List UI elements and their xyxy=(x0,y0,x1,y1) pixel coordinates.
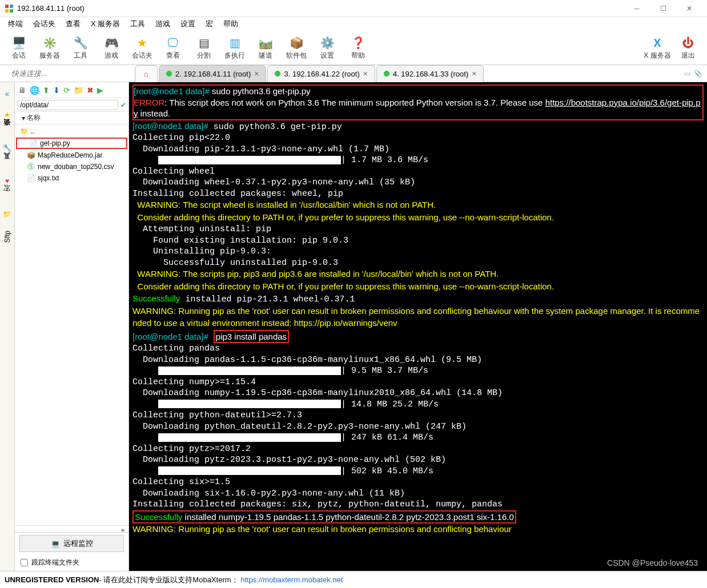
tool-分割[interactable]: ▤分割 xyxy=(188,35,219,61)
attach-icon[interactable]: 📎 xyxy=(694,70,702,78)
menu-games[interactable]: 游戏 xyxy=(151,18,175,30)
globe-icon[interactable]: 🌐 xyxy=(30,86,39,95)
menu-terminal[interactable]: 终端 xyxy=(3,18,27,30)
home-icon: ⌂ xyxy=(144,70,148,78)
column-name[interactable]: 名称 xyxy=(27,113,41,123)
tool-查看[interactable]: 🖵查看 xyxy=(158,35,188,61)
file-item[interactable]: 📁.. xyxy=(15,126,128,137)
sftp-toolbar: 🖥 🌐 ⬆ ⬇ ⟳ 📁 ✖ ▶ xyxy=(15,82,128,98)
path-ok-icon: ✔ xyxy=(120,101,126,109)
sftp-file-list: 📁..📄get-pip.py📦MapReduceDemo.jarⓈnew_dou… xyxy=(15,124,128,525)
tool-隧道[interactable]: 🛤️隧道 xyxy=(250,35,281,61)
minimize-button[interactable]: ─ xyxy=(624,0,650,17)
app-icon xyxy=(5,4,14,13)
file-icon: 📁 xyxy=(19,127,29,135)
delete-icon[interactable]: ✖ xyxy=(87,86,94,95)
terminal-wrap: [root@node1 data]# sudo python3.6 get-pi… xyxy=(129,82,707,571)
go-icon[interactable]: ▶ xyxy=(97,86,103,95)
computer-icon[interactable]: 🖥 xyxy=(18,86,26,95)
close-icon[interactable]: × xyxy=(254,69,259,78)
sftp-panel: 🖥 🌐 ⬆ ⬇ ⟳ 📁 ✖ ▶ ✔ ▾ 名称 📁..📄get-pip.py📦Ma… xyxy=(15,82,129,571)
sftp-path-input[interactable] xyxy=(17,100,118,110)
heart-icon[interactable]: ♥ xyxy=(4,174,10,188)
svg-rect-0 xyxy=(5,5,9,8)
close-icon[interactable]: × xyxy=(363,69,368,78)
tool-服务器[interactable]: ✳️服务器 xyxy=(34,35,65,61)
menu-sessions[interactable]: 会话夹 xyxy=(29,18,60,30)
tab-session[interactable]: 3. 192.168.41.22 (root)× xyxy=(267,65,375,82)
status-dot-icon xyxy=(384,71,389,76)
quick-connect-row: ⌂2. 192.168.41.11 (root)×3. 192.168.41.2… xyxy=(0,65,707,82)
tab-session[interactable]: 4. 192.168.41.33 (root)× xyxy=(376,65,484,82)
tool-软件包[interactable]: 📦软件包 xyxy=(281,35,312,61)
close-icon[interactable]: × xyxy=(472,69,476,78)
side-tab-tools[interactable]: 工具 xyxy=(1,161,13,168)
monitor-icon: 💻 xyxy=(51,539,60,548)
remote-monitor-button[interactable]: 💻 远程监控 xyxy=(19,535,124,552)
window-title: 192.168.41.11 (root) xyxy=(17,4,624,13)
svg-rect-3 xyxy=(10,9,13,13)
tool-退出[interactable]: ⏻退出 xyxy=(673,35,704,61)
menu-settings[interactable]: 设置 xyxy=(176,18,200,30)
file-icon: Ⓢ xyxy=(26,162,35,172)
status-link[interactable]: https://mobaxterm.mobatek.net xyxy=(240,575,343,584)
file-item[interactable]: 📦MapReduceDemo.jar xyxy=(15,150,128,161)
file-icon: 📄 xyxy=(26,174,35,182)
menubar: 终端 会话夹 查看 X 服务器 工具 游戏 设置 宏 帮助 xyxy=(0,17,707,31)
star-icon[interactable]: ★ xyxy=(3,107,11,122)
file-icon: 📦 xyxy=(26,151,35,159)
tools-icon[interactable]: 🔧 xyxy=(2,140,13,155)
collapse-icon[interactable]: « xyxy=(4,86,11,102)
status-left: UNREGISTERED VERSION xyxy=(5,575,99,584)
status-dot-icon xyxy=(166,71,172,76)
folder-icon[interactable]: 📁 xyxy=(2,207,13,221)
menu-xserver[interactable]: X 服务器 xyxy=(86,18,124,30)
toolbar: 🖥️会话✳️服务器🔧工具🎮游戏★会话夹🖵查看▤分割▥多执行🛤️隧道📦软件包⚙️设… xyxy=(0,31,707,65)
menu-help[interactable]: 帮助 xyxy=(219,18,243,30)
side-tab-macro[interactable]: 宏 xyxy=(1,194,13,201)
newfolder-icon[interactable]: 📁 xyxy=(74,86,83,95)
file-item[interactable]: Ⓢnew_douban_top250.csv xyxy=(15,161,128,172)
tool-游戏[interactable]: 🎮游戏 xyxy=(96,35,127,61)
file-item[interactable]: 📄sjqx.txt xyxy=(15,172,128,184)
maximize-button[interactable]: ☐ xyxy=(650,0,676,17)
file-item[interactable]: 📄get-pip.py xyxy=(16,138,127,149)
tool-X 服务器[interactable]: XX 服务器 xyxy=(642,35,673,61)
tool-会话[interactable]: 🖥️会话 xyxy=(3,35,34,61)
tool-帮助[interactable]: ❓帮助 xyxy=(343,35,373,61)
side-tabs: « ★ 会话夹 🔧 工具 ♥ 宏 📁 Sftp xyxy=(0,82,15,571)
session-tabs: ⌂2. 192.168.41.11 (root)×3. 192.168.41.2… xyxy=(131,65,680,82)
terminal[interactable]: [root@node1 data]# sudo python3.6 get-pi… xyxy=(129,82,707,571)
side-tab-sftp[interactable]: Sftp xyxy=(2,227,13,246)
menu-view[interactable]: 查看 xyxy=(61,18,85,30)
titlebar: 192.168.41.11 (root) ─ ☐ ✕ xyxy=(0,0,707,17)
status-bar: UNREGISTERED VERSION - 请在此处订阅专业版以支持MobaX… xyxy=(0,571,707,588)
close-button[interactable]: ✕ xyxy=(676,0,702,17)
menu-tools[interactable]: 工具 xyxy=(126,18,150,30)
tab-session[interactable]: 2. 192.168.41.11 (root)× xyxy=(159,65,266,82)
quick-connect-input[interactable] xyxy=(11,69,131,78)
refresh-icon[interactable]: ⟳ xyxy=(63,86,70,95)
status-mid: - 请在此处订阅专业版以支持MobaXterm： xyxy=(99,575,238,585)
tool-工具[interactable]: 🔧工具 xyxy=(65,35,96,61)
status-dot-icon xyxy=(275,71,280,76)
svg-rect-1 xyxy=(10,5,13,8)
file-icon: 📄 xyxy=(29,139,38,147)
tool-设置[interactable]: ⚙️设置 xyxy=(312,35,343,61)
download-icon[interactable]: ⬇ xyxy=(53,86,60,95)
side-tab-sessions[interactable]: 会话夹 xyxy=(1,128,13,135)
upload-icon[interactable]: ⬆ xyxy=(43,86,50,95)
menu-macro[interactable]: 宏 xyxy=(201,18,218,30)
svg-rect-2 xyxy=(5,9,9,13)
tool-会话夹[interactable]: ★会话夹 xyxy=(127,35,158,61)
tab-home[interactable]: ⌂ xyxy=(135,65,158,82)
main-area: « ★ 会话夹 🔧 工具 ♥ 宏 📁 Sftp 🖥 🌐 ⬆ ⬇ ⟳ 📁 ✖ ▶ … xyxy=(0,82,707,571)
tool-多执行[interactable]: ▥多执行 xyxy=(219,35,250,61)
follow-folder-checkbox[interactable]: 跟踪终端文件夹 xyxy=(15,554,128,571)
tab-overflow-icon[interactable]: ▭ xyxy=(684,70,690,78)
